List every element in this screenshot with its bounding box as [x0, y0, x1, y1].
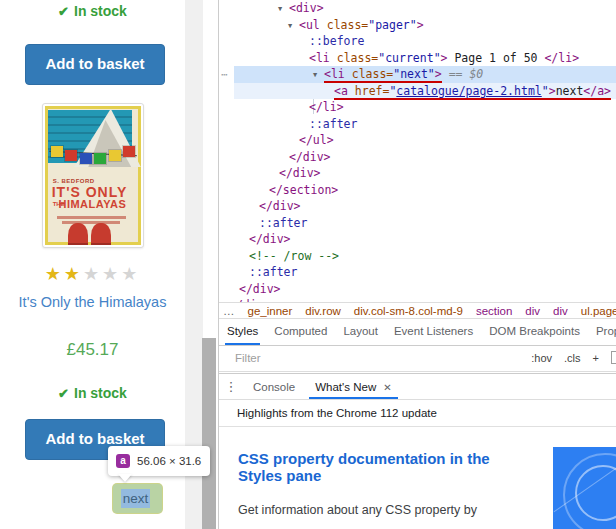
- selected-row-menu-dots[interactable]: ⋯: [221, 68, 229, 81]
- tooltip-arrow: [118, 474, 132, 482]
- token-tag: </a>: [583, 84, 611, 98]
- node-markup: <div>: [289, 1, 324, 15]
- expand-arrow-icon[interactable]: ▼: [278, 1, 282, 18]
- drawer-tab-console[interactable]: Console: [243, 375, 305, 399]
- inspect-highlight-padding: next: [113, 484, 162, 513]
- close-icon[interactable]: ✕: [383, 382, 391, 393]
- availability-label: In stock: [74, 385, 127, 401]
- filter-control-hov[interactable]: :hov: [531, 352, 552, 364]
- filter-controls: :hov.cls+: [531, 352, 611, 364]
- article-heading-link[interactable]: CSS property documentation in the Styles…: [238, 450, 538, 484]
- node-markup: </li>: [309, 100, 344, 114]
- star-filled-icon: ★: [64, 264, 83, 284]
- breadcrumb-item[interactable]: ge_inner: [248, 305, 293, 317]
- page-scrollbar-thumb[interactable]: [202, 338, 216, 529]
- book-price: £45.17: [0, 340, 185, 360]
- filter-control-[interactable]: +: [593, 352, 599, 364]
- shop-page-column: ✔In stock Add to basket S. BEDFORD IT'S …: [0, 0, 185, 529]
- tree-row[interactable]: ::after: [219, 264, 616, 281]
- node-markup: </div>: [289, 150, 331, 164]
- breadcrumb-item[interactable]: div.row: [305, 305, 341, 317]
- token-tag: <li: [309, 51, 330, 65]
- tree-row[interactable]: </div>: [219, 231, 616, 248]
- drawer-menu-icon[interactable]: ⋮: [219, 379, 243, 394]
- tree-row[interactable]: ::after: [219, 215, 616, 232]
- token-link[interactable]: catalogue/page-2.html: [396, 84, 541, 98]
- tree-row[interactable]: <li class="current"> Page 1 of 50 </li>: [219, 50, 616, 67]
- tree-row[interactable]: </div>: [219, 165, 616, 182]
- expand-arrow-icon[interactable]: ▼: [313, 67, 317, 84]
- node-markup: <!-- /row -->: [249, 249, 339, 263]
- token-attr: class=: [320, 18, 368, 32]
- token-val: ": [542, 84, 549, 98]
- prayer-flag: [65, 150, 77, 161]
- tree-row[interactable]: </section>: [219, 182, 616, 199]
- breadcrumb-overflow-icon[interactable]: …: [223, 305, 235, 317]
- token-attr: class=: [345, 67, 393, 81]
- token-val: "next": [393, 67, 435, 81]
- token-tag: >: [549, 84, 556, 98]
- breadcrumb-item[interactable]: div: [525, 305, 540, 317]
- tree-row[interactable]: <!-- /row -->: [219, 248, 616, 265]
- node-markup: <ul class="pager">: [299, 18, 424, 32]
- styles-filter-bar: Filter :hov.cls+: [219, 344, 616, 372]
- tree-row-selected[interactable]: ▼<li class="next"> == $0: [234, 66, 616, 83]
- tab-event-listeners[interactable]: Event Listeners: [386, 319, 481, 345]
- element-dimensions: 56.06 × 31.6: [137, 455, 201, 467]
- node-markup: </ul>: [299, 133, 334, 147]
- tree-row[interactable]: </div>: [219, 198, 616, 215]
- next-page-link[interactable]: next: [121, 489, 150, 508]
- book-cover-thumbnail[interactable]: S. BEDFORD IT'S ONLY THE HIMALAYAS: [42, 103, 144, 248]
- token-text: next: [556, 84, 584, 98]
- tree-row[interactable]: </div>: [219, 281, 616, 298]
- inspect-dimensions-tooltip: a 56.06 × 31.6: [108, 446, 210, 476]
- expand-arrow-icon[interactable]: ▼: [288, 18, 292, 35]
- breadcrumb-item[interactable]: div: [553, 305, 568, 317]
- node-markup: </div>: [239, 282, 281, 296]
- tree-row[interactable]: ▼<ul class="pager">: [219, 17, 616, 34]
- drawer-tab-what-s-new[interactable]: What's New✕: [305, 375, 401, 399]
- breadcrumb-item[interactable]: div.col-sm-8.col-md-9: [354, 305, 463, 317]
- tab-computed[interactable]: Computed: [266, 319, 335, 345]
- clipped-toolbar-icon[interactable]: [611, 351, 616, 364]
- token-tag: </div>: [289, 150, 331, 164]
- token-val: "current": [378, 51, 440, 65]
- breadcrumb-item[interactable]: ul.pager: [581, 305, 616, 317]
- tab-properties[interactable]: Properties: [588, 319, 616, 345]
- node-markup: <li class="current"> Page 1 of 50 </li>: [309, 51, 579, 65]
- book-cover-art: S. BEDFORD IT'S ONLY THE HIMALAYAS: [45, 106, 141, 245]
- tree-row[interactable]: </ul>: [219, 132, 616, 149]
- cover-subtitle-line: [57, 216, 126, 219]
- breadcrumb: …ge_innerdiv.rowdiv.col-sm-8.col-md-9sec…: [219, 302, 616, 319]
- tree-row[interactable]: ::after: [219, 116, 616, 133]
- node-markup: <li class="next">: [324, 67, 442, 83]
- token-pseudo: ::before: [309, 34, 364, 48]
- tree-row[interactable]: ::before: [219, 33, 616, 50]
- tab-styles[interactable]: Styles: [219, 319, 266, 345]
- token-tag: <li: [324, 67, 345, 81]
- tree-row[interactable]: </div>: [219, 149, 616, 166]
- devtools-drawer: ⋮ ConsoleWhat's New✕ Highlights from the…: [219, 373, 616, 529]
- tree-row[interactable]: </li>: [219, 99, 616, 116]
- prayer-flag: [94, 153, 106, 164]
- tree-row[interactable]: ▼<div>: [219, 0, 616, 17]
- article-illustration[interactable]: [553, 447, 616, 529]
- node-markup: ::after: [259, 216, 307, 230]
- book-title-link[interactable]: It's Only the Himalayas: [0, 294, 185, 310]
- token-val: "pager": [368, 18, 416, 32]
- devtools-panel: ⋯ ▼<div>▼<ul class="pager">::before<li c…: [218, 0, 616, 529]
- tab-dom-breakpoints[interactable]: DOM Breakpoints: [481, 319, 588, 345]
- add-to-basket-button-top[interactable]: Add to basket: [25, 44, 165, 85]
- star-empty-icon: ★: [102, 264, 121, 284]
- token-tag: >: [435, 67, 442, 81]
- filter-control-cls[interactable]: .cls: [564, 352, 581, 364]
- cover-title-line2: HIMALAYAS: [58, 198, 126, 210]
- article-body-text: Get information about any CSS property b…: [238, 503, 538, 517]
- token-tag: <div>: [289, 1, 324, 15]
- token-tag: <ul: [299, 18, 320, 32]
- tree-row[interactable]: <a href="catalogue/page-2.html">next</a>: [234, 83, 616, 100]
- breadcrumb-item[interactable]: section: [476, 305, 512, 317]
- styles-filter-input[interactable]: Filter: [235, 352, 531, 364]
- tab-layout[interactable]: Layout: [335, 319, 386, 345]
- token-pseudo: ::after: [249, 265, 297, 279]
